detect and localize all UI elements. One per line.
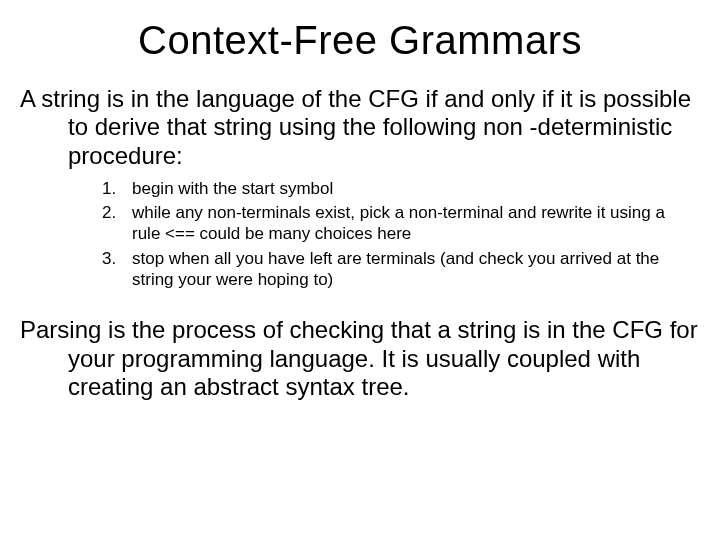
list-item: 2. while any non-terminals exist, pick a…: [102, 202, 690, 245]
list-text: while any non-terminals exist, pick a no…: [132, 202, 690, 245]
list-text: stop when all you have left are terminal…: [132, 248, 690, 291]
parsing-paragraph: Parsing is the process of checking that …: [20, 316, 700, 401]
list-number: 3.: [102, 248, 132, 291]
list-item: 1. begin with the start symbol: [102, 178, 690, 199]
slide-title: Context-Free Grammars: [20, 18, 700, 63]
list-item: 3. stop when all you have left are termi…: [102, 248, 690, 291]
procedure-list: 1. begin with the start symbol 2. while …: [20, 178, 700, 290]
intro-paragraph: A string is in the language of the CFG i…: [20, 85, 700, 170]
slide: Context-Free Grammars A string is in the…: [0, 0, 720, 540]
list-text: begin with the start symbol: [132, 178, 690, 199]
list-number: 2.: [102, 202, 132, 245]
list-number: 1.: [102, 178, 132, 199]
